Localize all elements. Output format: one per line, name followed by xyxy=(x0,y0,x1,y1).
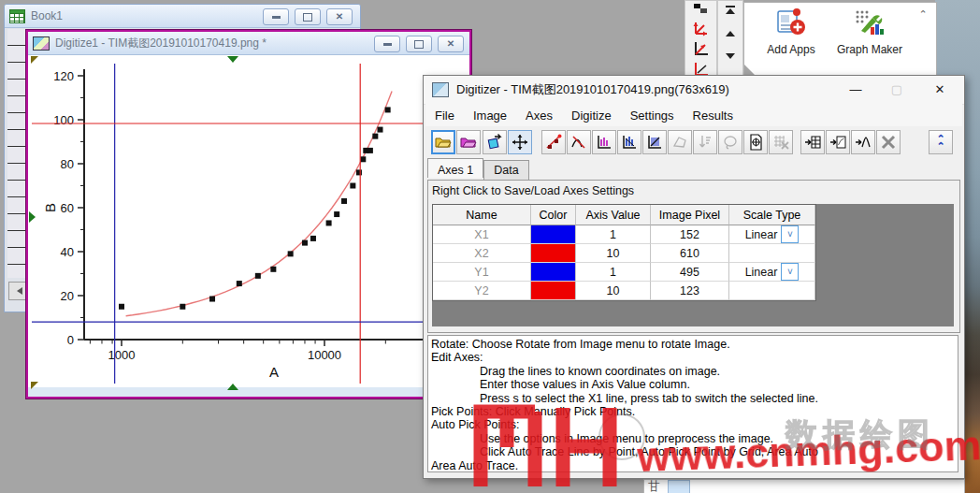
row-y2-image-pixel[interactable]: 123 xyxy=(651,282,729,300)
svg-text:10000: 10000 xyxy=(308,348,341,362)
row-y2-color-swatch[interactable] xyxy=(531,282,576,300)
graph-tools-toolbar xyxy=(685,0,717,83)
row-x2-color-swatch[interactable] xyxy=(531,244,576,263)
lasso-select-button[interactable] xyxy=(718,130,742,154)
row-y2-scale-type[interactable] xyxy=(729,282,815,300)
row-x1-image-pixel[interactable]: 152 xyxy=(651,225,729,244)
row-y2-axis-value[interactable]: 10 xyxy=(576,282,651,300)
import-graph-button[interactable] xyxy=(456,130,481,154)
row-x2-axis-value[interactable]: 10 xyxy=(576,244,651,263)
export-to-worksheet-button[interactable] xyxy=(800,130,825,154)
dialog-close-button[interactable]: ✕ xyxy=(921,76,958,103)
row-y1-scale-type[interactable]: Linear ˅ xyxy=(729,263,815,282)
svg-text:B: B xyxy=(42,203,58,212)
instruction-line: Auto Pick Points: xyxy=(431,418,958,431)
export-curve-button[interactable] xyxy=(851,130,875,154)
col-header-color: Color xyxy=(531,205,576,225)
row-x1-scale-type[interactable]: Linear ˅ xyxy=(729,225,815,244)
book1-titlebar[interactable]: Book1 ✕ xyxy=(5,5,360,28)
menu-digitize[interactable]: Digitize xyxy=(562,106,621,125)
menu-settings[interactable]: Settings xyxy=(621,106,684,125)
dialog-titlebar[interactable]: Digitizer - TIM截图20191010170419.png(763x… xyxy=(424,76,964,105)
graph-maker-button[interactable]: Graph Maker xyxy=(834,8,905,56)
menu-file[interactable]: File xyxy=(425,106,464,125)
handle-top-left-icon[interactable] xyxy=(31,56,38,64)
collapse-dialog-button[interactable]: ⌃⌃ xyxy=(929,130,953,154)
auto-trace-line-button[interactable] xyxy=(567,130,591,154)
row-y1-axis-value[interactable]: 1 xyxy=(576,263,651,282)
go-to-point-button[interactable] xyxy=(743,130,768,154)
digitize-graph-area[interactable]: 020406080100120100010000AB xyxy=(28,55,469,397)
digitize-minimize-button[interactable] xyxy=(374,36,400,52)
rotate-image-button[interactable] xyxy=(483,130,507,154)
area-auto-trace-button[interactable] xyxy=(642,130,667,154)
partial-window-text: 甘 xyxy=(648,480,660,493)
digitizer-dialog[interactable]: Digitizer - TIM截图20191010170419.png(763x… xyxy=(423,75,965,479)
scale-type-dropdown-icon[interactable]: ˅ xyxy=(781,225,799,243)
digitize-restore-button[interactable] xyxy=(406,36,432,52)
handle-top-center-icon[interactable] xyxy=(227,56,238,63)
axes-settings-hint: Right Click to Save/Load Axes Settings xyxy=(428,181,959,199)
scroll-top-button[interactable] xyxy=(726,5,735,14)
auto-trace-area-button[interactable] xyxy=(592,130,616,154)
instruction-line: Use the options in Image menu to preproc… xyxy=(431,432,958,445)
dialog-maximize-button[interactable]: ▢ xyxy=(878,76,915,103)
instructions-panel: Rotate: Choose Rotate from Image menu to… xyxy=(427,335,958,472)
tab-data[interactable]: Data xyxy=(483,160,528,180)
scale-type-dropdown-icon[interactable]: ˅ xyxy=(781,263,799,281)
handle-bottom-center-icon[interactable] xyxy=(227,384,238,390)
row-x1-color-swatch[interactable] xyxy=(531,225,576,244)
handle-left-center-icon[interactable] xyxy=(29,211,36,223)
add-apps-button[interactable]: Add Apps xyxy=(756,8,827,56)
instruction-line: Rotate: Choose Rotate from Image menu to… xyxy=(431,338,958,351)
axes-corner-tool-icon[interactable] xyxy=(692,39,711,58)
pattern-tool-icon[interactable] xyxy=(692,2,711,17)
digitize-close-button[interactable]: ✕ xyxy=(438,36,464,52)
digitize-title: Digitize1 - TIM截图20191010170419.png * xyxy=(55,36,267,51)
apps-collapse-button[interactable]: ⌃ xyxy=(915,7,930,22)
row-x1-axis-value[interactable]: 1 xyxy=(576,225,651,244)
collapse-chevron-icon: ⌃⌃ xyxy=(936,135,944,150)
row-y1-color-swatch[interactable] xyxy=(531,263,576,282)
menu-axes[interactable]: Axes xyxy=(516,106,562,125)
svg-text:80: 80 xyxy=(61,157,74,171)
menu-image[interactable]: Image xyxy=(464,106,516,125)
close-tool-button[interactable] xyxy=(876,130,901,154)
digitize-titlebar[interactable]: Digitize1 - TIM截图20191010170419.png * ✕ xyxy=(28,32,469,55)
scroll-down-button[interactable] xyxy=(726,53,735,59)
delete-points-button[interactable] xyxy=(769,130,793,154)
pick-points-by-grid-button[interactable] xyxy=(617,130,641,154)
edit-axes-button[interactable] xyxy=(508,130,532,154)
manual-pick-points-button[interactable] xyxy=(541,130,566,154)
digitize-bottom-strip xyxy=(28,387,469,397)
digitizer-app-icon xyxy=(432,82,449,97)
trace-polygon-button[interactable] xyxy=(668,130,692,154)
instruction-line: Edit Axes: xyxy=(431,351,958,364)
image-icon xyxy=(33,36,50,51)
book1-minimize-button[interactable] xyxy=(263,8,289,25)
digitize-window[interactable]: Digitize1 - TIM截图20191010170419.png * ✕ … xyxy=(26,30,471,399)
book1-close-button[interactable]: ✕ xyxy=(326,8,353,25)
row-x2-image-pixel[interactable]: 610 xyxy=(651,244,729,263)
axes-arrows-tool-icon[interactable] xyxy=(692,19,711,37)
add-apps-icon xyxy=(776,8,806,36)
export-graph-button[interactable] xyxy=(826,130,850,154)
desktop: Book1 ✕ Digitize1 - TIM截图20191010170419.… xyxy=(0,0,980,493)
row-y1-image-pixel[interactable]: 495 xyxy=(651,263,729,282)
sort-points-button[interactable] xyxy=(693,130,717,154)
scroll-up-button[interactable] xyxy=(726,31,735,36)
digitize-graph-svg[interactable]: 020406080100120100010000AB xyxy=(32,58,466,387)
row-x2-scale-type[interactable] xyxy=(729,244,815,263)
handle-bottom-left-icon[interactable] xyxy=(31,382,38,389)
menu-results[interactable]: Results xyxy=(684,106,742,125)
svg-text:60: 60 xyxy=(61,201,74,215)
apps-gallery-panel: Add Apps Graph Maker ⌃ xyxy=(743,2,937,77)
dialog-minimize-button[interactable]: — xyxy=(837,76,874,103)
svg-text:0: 0 xyxy=(67,333,74,347)
row-y1-name: Y1 xyxy=(433,263,531,282)
axes-table: Name Color Axis Value Image Pixel Scale … xyxy=(432,204,816,301)
import-image-button[interactable] xyxy=(431,130,455,154)
tab-axes-1[interactable]: Axes 1 xyxy=(427,158,483,178)
close-icon: ✕ xyxy=(336,12,343,22)
book1-restore-button[interactable] xyxy=(295,8,321,25)
